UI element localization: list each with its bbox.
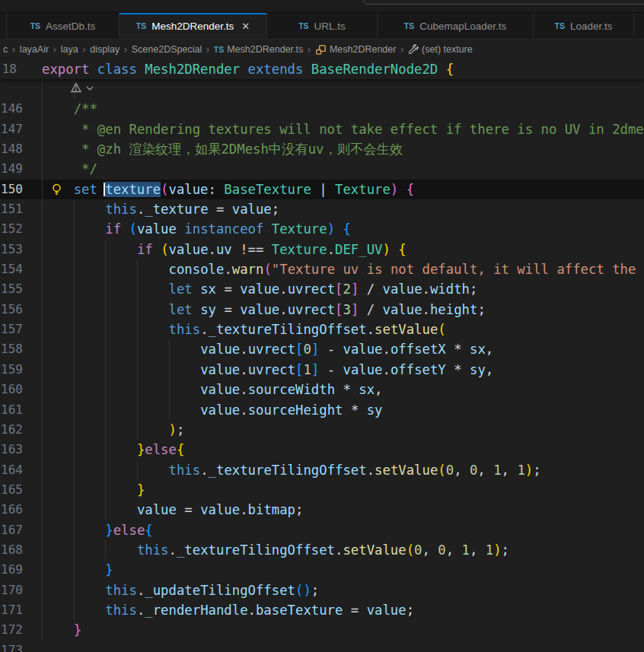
ts-file-icon: TS xyxy=(214,45,224,54)
code-row-150[interactable]: 150set texture(value: BaseTexture | Text… xyxy=(0,180,644,199)
line-number: 156 xyxy=(0,300,23,320)
command-center-box[interactable] xyxy=(363,0,644,5)
code-line-text: value = value.bitmap; xyxy=(42,500,303,520)
code-line-text: value.uvrect[0] - value.offsetX * sx, xyxy=(42,339,493,359)
sticky-scroll-line[interactable]: 18export class Mesh2DRender extends Base… xyxy=(0,59,644,79)
breadcrumb-separator: › xyxy=(120,43,131,56)
code-line-text: if (value instanceof Texture) { xyxy=(42,219,351,239)
code-row-158[interactable]: 158value.uvrect[0] - value.offsetX * sx, xyxy=(0,339,644,359)
line-number: 164 xyxy=(0,460,23,480)
breadcrumb-item--set-texture[interactable]: (set) texture xyxy=(407,44,473,55)
tab-assetdb-ts[interactable]: TSAssetDb.ts xyxy=(7,13,120,39)
breadcrumb-separator: › xyxy=(79,43,90,56)
code-row-162[interactable]: 162); xyxy=(0,420,644,440)
code-row-165[interactable]: 165} xyxy=(0,480,644,500)
code-row-149[interactable]: 149*/ xyxy=(0,159,644,179)
breadcrumb-label: Mesh2DRender xyxy=(330,44,397,55)
code-row-167[interactable]: 167}else{ xyxy=(0,520,644,540)
breadcrumb-item-layaair[interactable]: layaAir xyxy=(19,44,49,55)
ts-file-icon: TS xyxy=(298,21,308,30)
tab-mesh2drender-ts[interactable]: TSMesh2DRender.ts✕ xyxy=(120,13,267,39)
breadcrumb-separator: › xyxy=(397,43,407,56)
code-line-text: * @zh 渲染纹理，如果2DMesh中没有uv，则不会生效 xyxy=(42,139,403,159)
code-row[interactable] xyxy=(0,79,644,99)
selected-text: texture xyxy=(105,182,161,197)
code-row-154[interactable]: 154console.warn("Texture uv is not defau… xyxy=(0,259,644,279)
code-line-text: /** xyxy=(42,99,97,119)
line-number: 151 xyxy=(0,199,23,219)
code-row-155[interactable]: 155let sx = value.uvrect[2] / value.widt… xyxy=(0,279,644,299)
breadcrumb-item-laya[interactable]: laya xyxy=(60,44,79,55)
code-line-text: }else{ xyxy=(42,520,153,540)
code-row-166[interactable]: 166value = value.bitmap; xyxy=(0,500,644,520)
breadcrumb-separator: › xyxy=(202,43,213,56)
breadcrumb-item-scene2dspecial[interactable]: Scene2DSpecial xyxy=(131,44,202,55)
breadcrumb: c›layaAir›laya›display›Scene2DSpecial›TS… xyxy=(0,40,644,59)
code-line-text: } xyxy=(42,480,145,500)
code-line-text: this._texture = value; xyxy=(42,199,279,219)
code-line-text: this._textureTilingOffset.setValue(0, 0,… xyxy=(42,540,509,560)
code-editor: 146/**147* @en Rendering textures will n… xyxy=(0,79,644,652)
wrench-icon xyxy=(408,44,419,55)
code-row-152[interactable]: 152if (value instanceof Texture) { xyxy=(0,219,644,239)
breadcrumb-separator: › xyxy=(49,43,60,56)
line-number: 165 xyxy=(0,480,23,500)
breadcrumb-item-mesh2drender-ts[interactable]: TSMesh2DRender.ts xyxy=(213,44,304,55)
ts-file-icon: TS xyxy=(404,21,414,30)
code-row-168[interactable]: 168this._textureTilingOffset.setValue(0,… xyxy=(0,540,644,560)
code-line-text: console.warn("Texture uv is not default,… xyxy=(42,259,636,279)
line-number: 169 xyxy=(0,560,23,580)
code-line-text: value.sourceWidth * sx, xyxy=(42,380,383,399)
tab-cubemaploader-ts[interactable]: TSCubemapLoader.ts xyxy=(378,13,534,39)
line-number: 170 xyxy=(0,580,23,600)
line-number: 160 xyxy=(0,380,23,399)
code-row-169[interactable]: 169} xyxy=(0,560,644,580)
line-number: 149 xyxy=(0,159,23,179)
code-row-170[interactable]: 170this._updateTilingOffset(); xyxy=(0,580,644,600)
code-row-164[interactable]: 164this._textureTilingOffset.setValue(0,… xyxy=(0,460,644,480)
lightbulb-icon[interactable] xyxy=(50,183,63,196)
code-row-146[interactable]: 146/** xyxy=(0,99,644,119)
line-number: 172 xyxy=(0,620,23,640)
code-row-157[interactable]: 157this._textureTilingOffset.setValue( xyxy=(0,320,644,339)
code-row-161[interactable]: 161value.sourceHeight * sy xyxy=(0,400,644,420)
code-line-text: value.sourceHeight * sy xyxy=(42,400,383,420)
inline-ai-toolbar[interactable] xyxy=(70,82,94,94)
breadcrumb-separator: › xyxy=(8,43,19,56)
line-number: 148 xyxy=(0,139,23,159)
code-line-text: if (value.uv !== Texture.DEF_UV) { xyxy=(42,240,406,259)
code-row-172[interactable]: 172} xyxy=(0,620,644,640)
code-line-text: * @en Rendering textures will not take e… xyxy=(42,119,644,139)
code-row-160[interactable]: 160value.sourceWidth * sx, xyxy=(0,380,644,399)
tab-bar: TSAssetDb.tsTSMesh2DRender.ts✕TSURL.tsTS… xyxy=(0,13,644,40)
tab-overflow-sliver xyxy=(0,13,7,39)
tab-loader-ts[interactable]: TSLoader.ts xyxy=(534,13,634,39)
line-number: 167 xyxy=(0,520,23,540)
tab-label: Loader.ts xyxy=(570,21,613,32)
code-line-text: value.uvrect[1] - value.offsetY * sy, xyxy=(42,360,493,380)
line-number: 162 xyxy=(0,420,23,440)
code-action-lightbulb[interactable] xyxy=(50,183,63,199)
code-row-151[interactable]: 151this._texture = value; xyxy=(0,199,644,219)
line-number: 161 xyxy=(0,400,23,420)
breadcrumb-item-mesh2drender[interactable]: Mesh2DRender xyxy=(314,44,397,56)
code-row-156[interactable]: 156let sy = value.uvrect[3] / value.heig… xyxy=(0,300,644,320)
tab-label: CubemapLoader.ts xyxy=(419,21,506,32)
tab-label: URL.ts xyxy=(314,21,346,32)
code-row-147[interactable]: 147* @en Rendering textures will not tak… xyxy=(0,119,644,139)
code-row-148[interactable]: 148* @zh 渲染纹理，如果2DMesh中没有uv，则不会生效 xyxy=(0,139,644,159)
line-number: 163 xyxy=(0,440,23,460)
breadcrumb-item-display[interactable]: display xyxy=(89,44,120,55)
code-row-163[interactable]: 163}else{ xyxy=(0,440,644,460)
breadcrumb-item-c[interactable]: c xyxy=(2,44,8,55)
ai-assistant-icon[interactable] xyxy=(70,82,82,94)
code-row-159[interactable]: 159value.uvrect[1] - value.offsetY * sy, xyxy=(0,360,644,380)
line-number: 154 xyxy=(0,259,23,279)
code-row-153[interactable]: 153if (value.uv !== Texture.DEF_UV) { xyxy=(0,240,644,259)
code-row-173[interactable]: 173 xyxy=(0,641,644,652)
chevron-down-icon[interactable] xyxy=(86,85,94,91)
code-line-text: this._textureTilingOffset.setValue(0, 0,… xyxy=(42,460,541,480)
code-row-171[interactable]: 171this._renderHandle.baseTexture = valu… xyxy=(0,600,644,620)
close-icon[interactable]: ✕ xyxy=(241,21,250,32)
tab-url-ts[interactable]: TSURL.ts xyxy=(267,13,378,39)
